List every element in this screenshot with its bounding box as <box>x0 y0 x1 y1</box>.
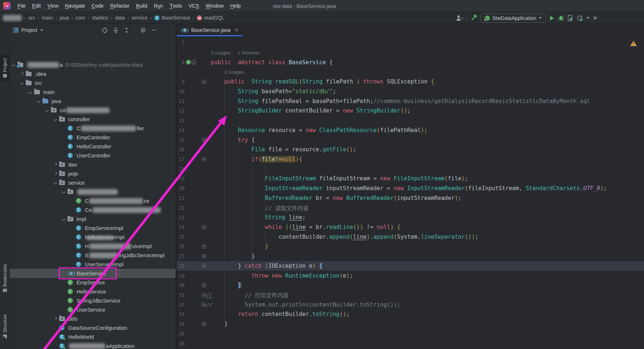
code-line-36[interactable]: 36 <box>177 338 644 348</box>
code-line-11[interactable]: 11 String filePathReal = basePath+filePa… <box>177 96 644 106</box>
breadcrumb-item-main[interactable]: main <box>42 15 53 21</box>
code-line-18[interactable]: 18 <box>177 164 644 174</box>
tree-chevron-icon[interactable] <box>10 60 17 69</box>
tree-chevron-icon[interactable] <box>52 178 59 187</box>
tree-item-utils[interactable]: utils <box>10 314 176 323</box>
fold-marker-icon[interactable] <box>202 264 206 268</box>
menu-navigate[interactable]: Navigate <box>62 0 88 12</box>
code-line-32[interactable]: 32// System.out.println(contentBuilder.t… <box>177 300 644 309</box>
settings-gear-icon[interactable] <box>140 27 146 33</box>
tree-item-userserviceimpl[interactable]: CUserServiceImpl <box>10 260 176 269</box>
code-line-13[interactable]: 13 <box>177 116 644 126</box>
tree-chevron-icon[interactable] <box>52 314 59 323</box>
code-line-16[interactable]: 16 File file = resource.getFile(); <box>177 145 644 155</box>
run-button[interactable] <box>549 15 555 21</box>
code-line-21[interactable]: 21 BufferedReader br = new BufferedReade… <box>177 193 644 203</box>
build-hammer-icon[interactable] <box>471 15 477 21</box>
close-tab-icon[interactable]: ✕ <box>234 27 239 33</box>
tree-item-userservice[interactable]: IUserService <box>10 305 176 314</box>
menu-tools[interactable]: Tools <box>167 0 185 12</box>
fold-marker-icon[interactable] <box>202 283 206 287</box>
inlay-hint[interactable]: 1 inheritor <box>238 50 259 56</box>
editor-area[interactable]: (C) BaseService.java ✕ 72 usages1 inheri… <box>177 24 644 349</box>
locate-file-icon[interactable] <box>102 27 108 33</box>
tree-item-singjdbcserviceimpl[interactable]: CSingJdbcServiceImpl <box>10 251 176 260</box>
tree-item-controller[interactable]: controller <box>10 115 176 124</box>
tree-item-redacted[interactable] <box>10 187 176 196</box>
chevron-down-icon[interactable] <box>587 17 590 19</box>
debug-button[interactable] <box>558 15 564 21</box>
code-line-9[interactable]: 9 public String readSQL(String filePath … <box>177 77 644 87</box>
tree-chevron-icon[interactable] <box>60 187 67 196</box>
tree-chevron-icon[interactable] <box>27 87 34 97</box>
code-line-31[interactable]: 31// // 打印文件内容 <box>177 290 644 300</box>
code-line-8[interactable]: 8↓public abstract class BaseService { <box>177 57 644 67</box>
tree-item-impl[interactable]: impl <box>10 214 176 223</box>
tree-item-empcontroller[interactable]: CEmpController <box>10 133 176 142</box>
tree-item-helloworld[interactable]: CHelloWorld <box>10 332 176 341</box>
fold-marker-icon[interactable] <box>202 138 206 142</box>
breadcrumb-item-data[interactable]: data <box>115 15 125 21</box>
tree-chevron-icon[interactable] <box>52 160 59 169</box>
tree-item-src[interactable]: src <box>10 78 176 87</box>
breadcrumb-item-src[interactable]: src <box>28 15 35 21</box>
code-line-35[interactable]: 35 <box>177 329 644 339</box>
tree-item-helloservice[interactable]: IHelloService <box>10 287 176 296</box>
spring-bean-gutter-icon[interactable] <box>186 60 191 65</box>
menu-build[interactable]: Build <box>133 0 151 12</box>
inlay-hint-row[interactable]: 2 usages1 inheritor <box>177 48 644 58</box>
fold-marker-icon[interactable] <box>202 322 206 326</box>
tree-chevron-icon[interactable] <box>19 69 26 78</box>
code-line-25[interactable]: 25 contentBuilder.append(line).append(Sy… <box>177 232 644 242</box>
run-anything-button-disabled[interactable] <box>593 15 598 21</box>
inlay-hint-row[interactable]: 2 usages <box>177 67 644 77</box>
menu-edit[interactable]: Edit <box>29 0 44 12</box>
code-line-27[interactable]: 27 } <box>177 251 644 261</box>
code-line-26[interactable]: 26 } <box>177 242 644 251</box>
tree-item-usercontroller[interactable]: CUserController <box>10 151 176 160</box>
fold-marker-icon[interactable] <box>202 80 206 84</box>
code-line-24[interactable]: 24 while ((line = br.readLine()) != null… <box>177 222 644 232</box>
tree-chevron-icon[interactable] <box>19 78 26 87</box>
tree-item-empserviceimpl[interactable]: CEmpServiceImpl <box>10 223 176 233</box>
code-line-17[interactable]: 17 if(file!=null){ <box>177 155 644 164</box>
expand-all-icon[interactable] <box>113 27 119 33</box>
tree-chevron-icon[interactable] <box>52 169 59 178</box>
run-configuration-select[interactable]: StwDataApplication <box>481 13 546 23</box>
menu-vcs[interactable]: VCS <box>185 0 202 12</box>
tool-window-structure[interactable]: Structure <box>0 314 10 338</box>
tree-item-dao[interactable]: dao <box>10 160 176 169</box>
tree-item-baseservice[interactable]: (C)BaseService <box>10 269 176 278</box>
menu-help[interactable]: Help <box>227 0 244 12</box>
menu-view[interactable]: View <box>44 0 62 12</box>
breadcrumb-item-java[interactable]: java <box>60 15 69 21</box>
fold-marker-icon[interactable] <box>202 245 206 249</box>
user-account-icon[interactable] <box>456 15 464 21</box>
tree-item-java[interactable]: java <box>10 97 176 106</box>
code-line-29[interactable]: 29 throw new RuntimeException(e); <box>177 271 644 280</box>
hide-panel-icon[interactable] <box>151 28 156 33</box>
breadcrumb-item-stwitinc[interactable]: stwitinc <box>92 15 108 21</box>
breadcrumb-item-readsql[interactable]: mreadSQL <box>197 15 224 21</box>
menu-file[interactable]: File <box>14 0 29 12</box>
tree-item-aapplication[interactable]: CaApplication <box>10 341 176 349</box>
tree-item-co[interactable]: CCo <box>10 205 176 214</box>
code-line-22[interactable]: 22 // 读取文件内容 <box>177 203 644 213</box>
code-line-14[interactable]: 14 Resource resource = new ClassPathReso… <box>177 125 644 135</box>
implemented-by-gutter-icon[interactable]: ↓ <box>192 60 196 65</box>
breadcrumb-item-service[interactable]: service <box>132 15 148 21</box>
fold-marker-icon[interactable] <box>202 157 206 161</box>
breadcrumb-item-redacted[interactable] <box>3 15 22 21</box>
fold-marker-icon[interactable] <box>202 303 206 307</box>
fold-marker-icon[interactable] <box>202 225 206 229</box>
tree-item-co[interactable]: co <box>10 106 176 115</box>
tree-item-main[interactable]: main <box>10 87 176 97</box>
code-line-23[interactable]: 23 String line; <box>177 213 644 222</box>
menu-code[interactable]: Code <box>88 0 107 12</box>
code-editor[interactable]: 72 usages1 inheritor8↓public abstract cl… <box>177 36 644 349</box>
tree-chevron-icon[interactable] <box>60 214 67 223</box>
code-line-12[interactable]: 12 StringBuilder contentBuilder = new St… <box>177 106 644 116</box>
menu-refactor[interactable]: Refactor <box>107 0 133 12</box>
tree-chevron-icon[interactable] <box>44 106 51 115</box>
breadcrumb-item-baseservice[interactable]: CBaseService <box>154 15 190 21</box>
